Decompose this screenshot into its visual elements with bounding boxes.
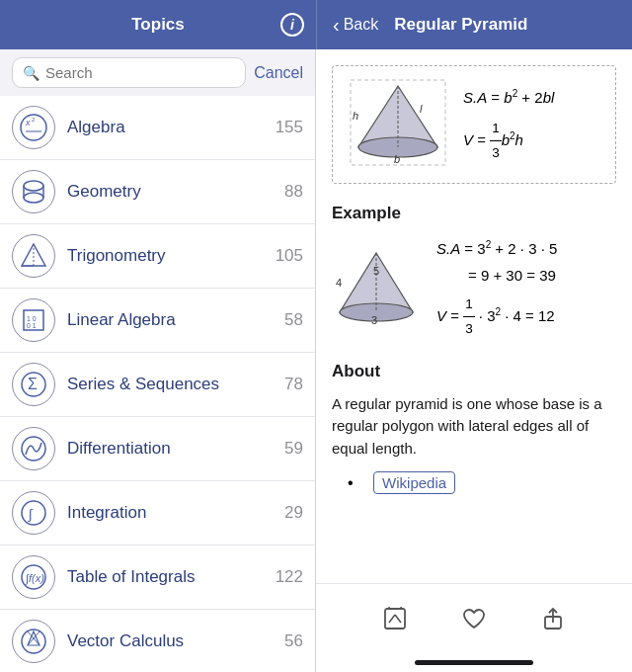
svg-text:4: 4 [336, 277, 342, 289]
topic-count: 59 [284, 439, 303, 459]
geometry-icon [12, 170, 55, 213]
topics-title: Topics [131, 15, 185, 35]
topic-count: 155 [276, 118, 303, 137]
topic-name: Vector Calculus [67, 631, 284, 651]
algebra-icon: x 2 [12, 106, 55, 149]
svg-text:∫f(x): ∫f(x) [25, 572, 44, 585]
example-box: 4 5 3 S.A = 32 + 2 · 3 · 5 = 9 + 30 = 39… [332, 235, 616, 342]
svg-text:∫: ∫ [28, 506, 34, 523]
cancel-button[interactable]: Cancel [254, 64, 303, 82]
svg-point-21 [22, 630, 45, 653]
svg-text:b: b [394, 153, 400, 165]
back-button[interactable]: ‹ Back [333, 14, 378, 37]
integration-icon: ∫ [12, 491, 55, 535]
main-content: 🔍 Cancel x 2 Algebra 155 [0, 49, 632, 672]
home-indicator [316, 652, 632, 672]
share-button[interactable] [539, 605, 567, 632]
list-item[interactable]: ∫f(x) Table of Integrals 122 [0, 546, 315, 610]
list-item[interactable]: 1 0 0 1 Linear Algebra 58 [0, 289, 315, 353]
wikipedia-link[interactable]: Wikipedia [373, 471, 455, 494]
example-math: S.A = 32 + 2 · 3 · 5 = 9 + 30 = 39 V = 1… [436, 235, 557, 342]
list-item[interactable]: Differentiation 59 [0, 417, 315, 481]
svg-marker-8 [22, 244, 45, 266]
example-label: Example [332, 204, 616, 223]
topic-name: Linear Algebra [67, 310, 284, 330]
list-item[interactable]: Geometry 88 [0, 160, 315, 224]
topic-count: 88 [284, 182, 303, 202]
about-label: About [332, 362, 616, 381]
topic-name: Geometry [67, 182, 284, 202]
bottom-toolbar [316, 583, 632, 652]
topic-name: Series & Sequences [67, 375, 284, 394]
topic-name: Integration [67, 503, 284, 523]
right-panel: h l b S.A = b2 + 2bl V = 13b2h Example [316, 49, 632, 672]
topic-name: Differentiation [67, 439, 284, 459]
info-button[interactable]: i [280, 13, 304, 37]
topic-name: Algebra [67, 118, 276, 137]
page-title: Regular Pyramid [394, 15, 527, 35]
topic-count: 78 [284, 375, 303, 394]
formula-text: S.A = b2 + 2bl V = 13b2h [463, 84, 554, 166]
chevron-left-icon: ‹ [333, 14, 340, 37]
formula-box: h l b S.A = b2 + 2bl V = 13b2h [332, 65, 616, 184]
differentiation-icon [12, 427, 55, 470]
left-header: Topics i [0, 0, 316, 49]
svg-point-17 [22, 501, 45, 525]
back-label: Back [344, 16, 379, 34]
svg-line-42 [395, 615, 401, 623]
topic-count: 122 [276, 567, 303, 587]
vector-calculus-icon [12, 620, 55, 663]
search-bar: 🔍 Cancel [0, 49, 315, 96]
series-icon: Σ [12, 363, 55, 406]
svg-text:1 0: 1 0 [27, 315, 37, 322]
app-header: Topics i ‹ Back Regular Pyramid [0, 0, 632, 49]
list-item[interactable]: x 2 Algebra 155 [0, 96, 315, 160]
topic-name: Trigonometry [67, 246, 276, 266]
table-integrals-icon: ∫f(x) [12, 555, 55, 599]
topic-count: 29 [284, 503, 303, 523]
svg-rect-40 [385, 609, 405, 629]
svg-text:0 1: 0 1 [27, 322, 37, 329]
topic-name: Table of Integrals [67, 567, 276, 587]
topic-count: 56 [284, 631, 303, 651]
linear-algebra-icon: 1 0 0 1 [12, 298, 55, 342]
svg-line-41 [389, 615, 395, 623]
topic-count: 105 [276, 246, 303, 266]
edit-button[interactable] [381, 605, 409, 632]
list-item[interactable]: Trigonometry 105 [0, 224, 315, 289]
example-diagram: 4 5 3 [332, 247, 421, 330]
svg-point-5 [24, 193, 43, 203]
search-icon: 🔍 [23, 65, 40, 81]
right-header: ‹ Back Regular Pyramid [316, 0, 632, 49]
svg-text:3: 3 [371, 314, 377, 326]
list-item[interactable]: ∫ Integration 29 [0, 481, 315, 546]
svg-text:x: x [25, 118, 31, 127]
search-input-wrap[interactable]: 🔍 [12, 57, 246, 88]
pyramid-diagram: h l b [349, 78, 447, 171]
svg-text:l: l [420, 103, 423, 115]
svg-text:Σ: Σ [28, 376, 38, 392]
left-panel: 🔍 Cancel x 2 Algebra 155 [0, 49, 316, 672]
list-item[interactable]: Σ Series & Sequences 78 [0, 353, 315, 417]
svg-text:h: h [353, 110, 358, 122]
about-text: A regular pyramid is one whose base is a… [332, 393, 616, 461]
trigonometry-icon [12, 234, 55, 278]
home-bar [415, 660, 533, 665]
topic-list: x 2 Algebra 155 G [0, 96, 315, 672]
list-item[interactable]: Vector Calculus 56 [0, 610, 315, 672]
search-input[interactable] [45, 64, 235, 81]
right-content: h l b S.A = b2 + 2bl V = 13b2h Example [316, 49, 632, 583]
favorite-button[interactable] [460, 605, 488, 632]
svg-text:2: 2 [32, 117, 36, 123]
svg-text:5: 5 [373, 265, 379, 277]
topic-count: 58 [284, 310, 303, 330]
svg-point-4 [24, 181, 43, 191]
